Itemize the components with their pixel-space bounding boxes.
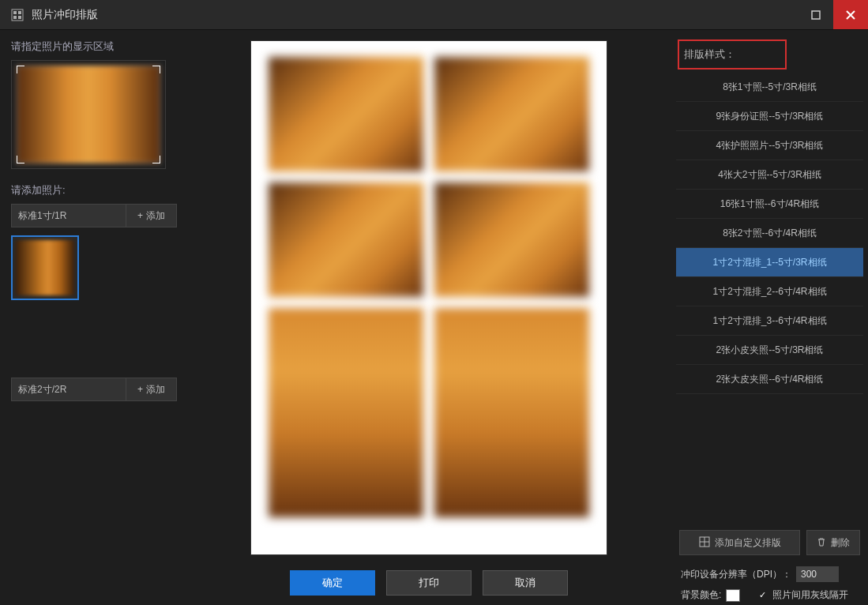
preview-cell <box>434 57 589 171</box>
window-title: 照片冲印排版 <box>32 8 798 22</box>
add-custom-layout-button[interactable]: 添加自定义排版 <box>679 530 800 555</box>
style-item[interactable]: 2张大皮夹照--6寸/4R相纸 <box>676 365 863 394</box>
style-item[interactable]: 8张1寸照--5寸/3R相纸 <box>676 73 863 102</box>
separator-checkbox[interactable]: ✓ <box>757 590 768 600</box>
layout-icon <box>699 536 710 550</box>
svg-rect-5 <box>812 11 820 19</box>
style-item[interactable]: 9张身份证照--5寸/3R相纸 <box>676 102 863 131</box>
style-list[interactable]: 8张1寸照--5寸/3R相纸9张身份证照--5寸/3R相纸4张护照照片--5寸/… <box>676 73 863 522</box>
dpi-input[interactable] <box>796 566 839 582</box>
print-button[interactable]: 打印 <box>386 570 472 596</box>
dpi-row: 冲印设备分辨率（DPI）： <box>681 566 859 582</box>
style-item[interactable]: 2张小皮夹照--5寸/3R相纸 <box>676 336 863 365</box>
preview-cell <box>269 308 423 517</box>
maximize-button[interactable] <box>798 0 833 29</box>
photo-print-layout-dialog: 照片冲印排版 请指定照片的显示区域 请添加照片: <box>0 0 868 605</box>
left-panel: 请指定照片的显示区域 请添加照片: 标准1寸/1R + 添加 <box>0 30 186 605</box>
style-item[interactable]: 4张大2寸照--5寸/3R相纸 <box>676 160 863 190</box>
crop-preview[interactable] <box>11 60 166 169</box>
style-item[interactable]: 4张护照照片--5寸/3R相纸 <box>676 131 863 160</box>
titlebar: 照片冲印排版 <box>0 0 868 30</box>
close-button[interactable] <box>833 0 868 29</box>
bg-label: 背景颜色: <box>681 588 721 602</box>
style-item[interactable]: 1寸2寸混排_2--6寸/4R相纸 <box>676 277 863 306</box>
photo-thumbnail[interactable] <box>11 235 79 300</box>
content-area: 请指定照片的显示区域 请添加照片: 标准1寸/1R + 添加 <box>0 30 868 605</box>
add-button-2[interactable]: + 添加 <box>126 378 176 400</box>
center-panel: 确定 打印 取消 <box>186 30 671 605</box>
style-item[interactable]: 1寸2寸混排_1--5寸/3R相纸 <box>676 248 863 277</box>
style-item[interactable]: 8张2寸照--6寸/4R相纸 <box>676 219 863 248</box>
svg-rect-2 <box>18 11 21 14</box>
bg-row: 背景颜色: ✓ 照片间用灰线隔开 <box>681 588 859 602</box>
svg-rect-4 <box>18 16 21 19</box>
thumb-area-1 <box>11 235 177 378</box>
bg-color-swatch[interactable] <box>726 589 740 602</box>
size-group-1: 标准1寸/1R + 添加 <box>11 204 177 227</box>
layout-preview <box>251 41 607 554</box>
size-label-1: 标准1寸/1R <box>12 209 126 223</box>
bottom-actions: 确定 打印 取消 <box>290 570 568 596</box>
crop-label: 请指定照片的显示区域 <box>11 39 177 54</box>
delete-button[interactable]: 删除 <box>806 530 860 555</box>
app-icon <box>11 9 24 21</box>
add-button-1[interactable]: + 添加 <box>126 205 176 227</box>
style-item[interactable]: 1寸2寸混排_3--6寸/4R相纸 <box>676 306 863 336</box>
preview-cell <box>434 182 589 297</box>
svg-rect-3 <box>13 16 17 19</box>
plus-icon: + <box>137 384 143 395</box>
size-label-2: 标准2寸/2R <box>12 383 126 396</box>
thumb-area-2 <box>11 409 177 551</box>
right-panel: 排版样式： 8张1寸照--5寸/3R相纸9张身份证照--5寸/3R相纸4张护照照… <box>671 30 868 605</box>
cancel-button[interactable]: 取消 <box>483 570 568 596</box>
svg-rect-1 <box>13 11 17 14</box>
preview-cell <box>269 182 423 297</box>
preview-cell <box>269 57 423 171</box>
right-actions: 添加自定义排版 删除 <box>679 530 860 555</box>
ok-button[interactable]: 确定 <box>290 570 375 596</box>
style-header: 排版样式： <box>678 39 787 70</box>
trash-icon <box>817 537 826 549</box>
size-group-2: 标准2寸/2R + 添加 <box>11 378 177 401</box>
window-controls <box>798 0 868 29</box>
separator-label: 照片间用灰线隔开 <box>772 588 848 602</box>
style-item[interactable]: 16张1寸照--6寸/4R相纸 <box>676 190 863 219</box>
dpi-label: 冲印设备分辨率（DPI）： <box>681 568 791 581</box>
plus-icon: + <box>137 210 143 221</box>
add-photo-label: 请添加照片: <box>11 183 177 197</box>
preview-cell <box>434 308 589 517</box>
